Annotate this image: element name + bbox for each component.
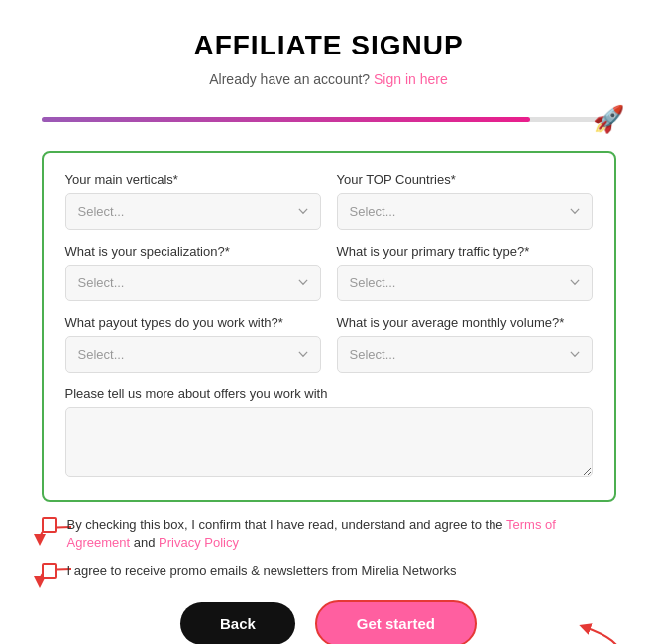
countries-group: Your TOP Countries* Select... — [337, 172, 593, 230]
countries-select[interactable]: Select... — [337, 193, 593, 230]
specialization-group: What is your specialization?* Select... — [65, 244, 321, 301]
checkboxes-section: By checking this box, I confirm that I h… — [42, 516, 616, 592]
payout-label: What payout types do you work with?* — [65, 315, 321, 330]
verticals-group: Your main verticals* Select... — [65, 172, 321, 230]
offers-textarea[interactable] — [65, 407, 593, 477]
verticals-label: Your main verticals* — [65, 172, 321, 187]
privacy-policy-link[interactable]: Privacy Policy — [159, 535, 239, 550]
volume-group: What is your average monthly volume?* Se… — [337, 315, 593, 373]
rocket-icon: 🚀 — [593, 106, 624, 132]
terms-label[interactable]: By checking this box, I confirm that I h… — [67, 516, 616, 552]
progress-fill — [42, 117, 530, 122]
form-row-1: Your main verticals* Select... Your TOP … — [65, 172, 593, 230]
progress-track — [42, 117, 616, 122]
form-row-3: What payout types do you work with?* Sel… — [65, 315, 593, 373]
volume-select[interactable]: Select... — [337, 336, 593, 373]
volume-label: What is your average monthly volume?* — [337, 315, 593, 330]
traffic-label: What is your primary traffic type?* — [337, 244, 593, 259]
get-started-button[interactable]: Get started — [315, 600, 477, 644]
checkbox-promo-row: I agree to receive promo emails & newsle… — [42, 562, 616, 583]
promo-label[interactable]: I agree to receive promo emails & newsle… — [67, 562, 457, 580]
offers-group: Please tell us more about offers you wor… — [65, 386, 593, 481]
traffic-group: What is your primary traffic type?* Sele… — [337, 244, 593, 301]
specialization-select[interactable]: Select... — [65, 265, 321, 301]
arrow-get-started — [575, 619, 634, 644]
checkbox-terms-row: By checking this box, I confirm that I h… — [42, 516, 616, 552]
page-title: AFFILIATE SIGNUP — [193, 30, 463, 61]
payout-select[interactable]: Select... — [65, 336, 321, 373]
signin-prompt: Already have an account? Sign in here — [209, 71, 448, 87]
checkbox-promo-wrapper — [42, 563, 57, 583]
signin-link[interactable]: Sign in here — [374, 71, 448, 87]
progress-bar-area: 🚀 — [42, 105, 616, 133]
payout-group: What payout types do you work with?* Sel… — [65, 315, 321, 373]
buttons-row: Back Get started — [42, 600, 616, 644]
form-row-2: What is your specialization?* Select... … — [65, 244, 593, 301]
verticals-select[interactable]: Select... — [65, 193, 321, 230]
back-button[interactable]: Back — [180, 602, 295, 644]
traffic-select[interactable]: Select... — [337, 265, 593, 301]
countries-label: Your TOP Countries* — [337, 172, 593, 187]
checkbox-terms-wrapper — [42, 517, 57, 537]
terms-checkbox[interactable] — [42, 517, 57, 533]
promo-checkbox[interactable] — [42, 563, 57, 579]
signup-form: Your main verticals* Select... Your TOP … — [42, 151, 616, 502]
specialization-label: What is your specialization?* — [65, 244, 321, 259]
offers-label: Please tell us more about offers you wor… — [65, 386, 593, 401]
